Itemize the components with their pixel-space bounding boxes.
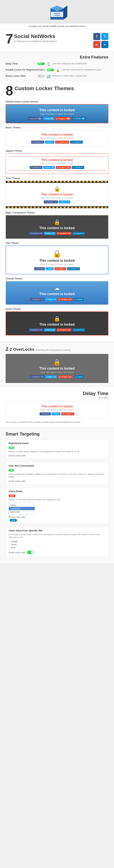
zipped-li-btn[interactable]: in Linkedin 84 xyxy=(72,166,85,169)
visits-toggle[interactable] xyxy=(27,551,35,554)
magic-tw-btn[interactable]: t Twitter 5.9k xyxy=(44,232,56,235)
basic-li-btn[interactable]: in Linkedin 50 xyxy=(70,141,83,144)
cloudy-locked-text: This content is locked xyxy=(8,292,106,296)
zone-lock-icon: 🔒 xyxy=(8,186,106,192)
default-locked-text: This content is locked xyxy=(9,108,105,112)
extra-features-section: Extra Features Delay Time: ON ⌚ Lock the… xyxy=(0,52,114,81)
themes-section: 8 Custom Locker Themes Default (fully cu… xyxy=(0,81,114,342)
facebook-icon: f xyxy=(93,33,100,40)
product-box: Social Locker Pack xyxy=(47,3,67,22)
registered-badge: ON xyxy=(8,446,14,449)
magic-locked-text: This content is locked xyxy=(8,226,106,230)
zipped-fb-btn[interactable]: f Facebook 5k xyxy=(30,166,43,169)
delay-fb-btn[interactable]: f Facebook xyxy=(40,412,51,415)
overlock-li-btn[interactable]: in Linkedin xyxy=(74,375,84,378)
zipped-tw-btn[interactable]: t Twitter 1.9k xyxy=(43,166,55,169)
theme-preview-zipped: This content is locked Share This Page T… xyxy=(6,153,108,174)
role-contributor[interactable]: Contributor xyxy=(9,507,35,510)
star-tw-btn[interactable]: t Twitter xyxy=(46,267,54,270)
smart-targeting-heading: Smart Targeting xyxy=(6,431,108,437)
disable-locker-desc: Lock the content just for unregistered u… xyxy=(62,68,108,71)
cloudy-fb-btn[interactable]: f Facebook 7.9k xyxy=(30,298,44,301)
theme-preview-cloudy: ☁ This content is locked f Facebook 7.9k… xyxy=(6,281,108,305)
theme-preview-basic: This content is locked Share This Page T… xyxy=(6,130,108,147)
zone-share-text: Share This Page To Unlock The Content xyxy=(8,197,106,199)
star-gp-btn[interactable]: g+ Google+1 xyxy=(54,267,66,270)
role-admin[interactable]: Admin xyxy=(9,503,35,507)
feature-disable-locker: Disable Locker For Registered Users ON 🔒… xyxy=(6,68,108,72)
default-gp-btn[interactable]: g+ Google +199 xyxy=(55,117,71,120)
linkedin-icon: in xyxy=(101,41,108,48)
registered-desc: Based on Users status (logged in/ not lo… xyxy=(8,450,106,453)
themes-number: 8 xyxy=(6,84,13,97)
checkmark-yahoo: ✓ xyxy=(8,543,10,546)
registered-social-locker: Social Locker with: xyxy=(8,455,106,457)
magic-li-btn[interactable]: in Linkedin 84 xyxy=(72,232,85,235)
social-networks-section: f t g+ in 7 Social NetWorks 10 Themes ar… xyxy=(0,29,114,52)
basic-fb-btn[interactable]: f Facebook 50 xyxy=(31,141,44,144)
social-networks-icons: f t g+ in xyxy=(93,33,108,48)
google-check: ✓ Google xyxy=(8,540,106,543)
cloudy-tw-btn[interactable]: t Twitter 1.9k xyxy=(45,298,57,301)
role-subscriber[interactable]: Subscriber xyxy=(9,510,35,514)
overlock-tw-btn[interactable]: t Twitter 1.9k xyxy=(45,375,57,378)
theme-label-star: Star Theme xyxy=(6,242,108,244)
star-li-btn[interactable]: in Linkedin 84 xyxy=(67,267,80,270)
delay-locked-text: This content is locked xyxy=(8,405,106,408)
overlocks-heading: 2 OverLocks xyxy=(10,347,35,352)
social-networks-text: 7 Social NetWorks 10 Themes are availabl… xyxy=(6,32,108,43)
delay-icon: ⌚ xyxy=(47,62,50,66)
reset-locker-toggle[interactable]: OFF xyxy=(37,75,45,78)
zipped-gp-btn[interactable]: g+ Google+1 285 xyxy=(56,166,71,169)
svg-text:Locker: Locker xyxy=(54,14,61,17)
svg-marker-2 xyxy=(64,6,67,20)
googleplus-icon: g+ xyxy=(93,41,100,48)
commented-badge: ON xyxy=(8,469,14,472)
darks-fb-btn[interactable]: f Facebook 5.9k xyxy=(29,329,43,331)
delay-gp-btn[interactable]: g+ Google +1 xyxy=(61,412,74,415)
overlock-gp-btn[interactable]: g+ Google+1 285 xyxy=(58,375,73,378)
roles-locker-badge: HIDE xyxy=(10,519,17,522)
roles-desc: Based on User WP Roles the Locker can sh… xyxy=(8,498,106,501)
cloudy-li-btn[interactable]: in Linkedin xyxy=(74,298,84,301)
roles-title: Users Roles xyxy=(8,490,106,493)
basic-share-text: Share This Page To Unlock The Content xyxy=(8,137,106,139)
magic-gp-btn[interactable]: g+ Google+1 285 xyxy=(56,232,72,235)
zone-tw-btn[interactable]: t Twitter 1.4k xyxy=(59,200,70,204)
basic-tw-btn[interactable]: t Twitter 7 xyxy=(45,141,54,144)
star-fb-btn[interactable]: f Facebook xyxy=(34,267,45,270)
magic-fb-btn[interactable]: f Facebook 5.9k xyxy=(29,232,43,235)
theme-label-default: Default (fully custom theme) xyxy=(6,100,108,103)
overlock-fb-btn[interactable]: f Facebook 7.9k xyxy=(30,375,44,378)
theme-label-zone: Zone Theme xyxy=(6,177,108,180)
tagline: increase your social visibility by lock … xyxy=(0,23,114,29)
theme-label-darks: Darks Theme xyxy=(6,308,108,310)
theme-label-zipped: Zipped Theme xyxy=(6,149,108,152)
darks-li-btn[interactable]: in Linkedin 84 xyxy=(72,329,85,331)
reset-locker-desc: Relock the content after a certain time xyxy=(52,75,108,77)
theme-preview-zone: 🔒 This content is locked Share This Page… xyxy=(6,181,108,209)
delay-preview-box: This content is locked Share This Page T… xyxy=(6,402,108,418)
darks-tw-btn[interactable]: t Twitter 5.9k xyxy=(44,329,56,331)
header-section: Social Locker Pack xyxy=(0,0,114,23)
default-li-btn[interactable]: in Linkedin50 xyxy=(72,117,86,120)
delay-example: (example) xyxy=(6,396,108,399)
delay-description: You can set your desired Time until the … xyxy=(6,421,108,424)
darks-gp-btn[interactable]: g+ Google+1 285 xyxy=(56,329,72,331)
roles-list[interactable]: Admin Contributor Subscriber xyxy=(8,502,35,515)
zone-fb-btn[interactable]: f Facebook 1.2k xyxy=(44,200,58,204)
delay-desc: Lock the content just for a limited time xyxy=(52,62,108,65)
reset-locker-icon: 🔄 xyxy=(47,75,50,78)
overlocks-number: 2 xyxy=(6,346,8,352)
basic-gp-btn[interactable]: g+ Google+1 99 xyxy=(55,141,70,144)
zipped-locked-text: This content is locked xyxy=(9,158,105,162)
delay-tw-btn[interactable]: t Twitter xyxy=(51,412,60,415)
disable-locker-toggle[interactable]: ON xyxy=(47,68,54,71)
product-name: Pack xyxy=(54,17,60,19)
overlocks-section: 2 2 OverLocks (including the transparenc… xyxy=(0,342,114,387)
default-fb-btn[interactable]: f Facebook50 xyxy=(28,117,42,120)
delay-toggle[interactable]: ON xyxy=(37,62,45,65)
default-tw-btn[interactable]: t Twitter7 xyxy=(43,117,54,120)
target-group-roles: Users Roles HIDE Based on User WP Roles … xyxy=(6,488,108,524)
cloudy-gp-btn[interactable]: g+ Google+1 285 xyxy=(58,298,73,301)
